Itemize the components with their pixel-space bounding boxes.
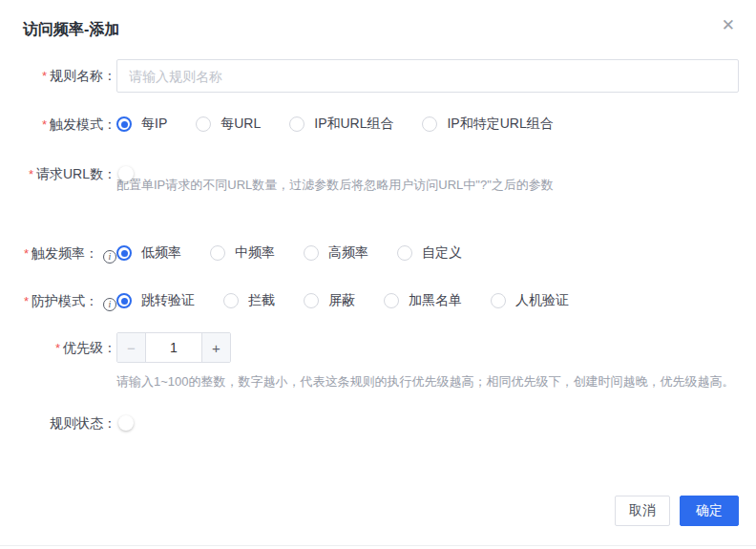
radio-icon[interactable]	[384, 293, 399, 308]
request-url-count-label-text: 请求URL数：	[36, 166, 116, 181]
protection-mode-label: *防护模式：i	[23, 292, 116, 311]
trigger-mode-option-ip-specific-url[interactable]: IP和特定URL组合	[422, 116, 553, 133]
priority-control: − + 请输入1~100的整数，数字越小，代表这条规则的执行优先级越高；相同优先…	[116, 332, 739, 391]
trigger-frequency-option-high[interactable]: 高频率	[304, 244, 368, 262]
radio-option-label: IP和特定URL组合	[447, 116, 553, 133]
info-icon[interactable]: i	[103, 298, 116, 311]
trigger-mode-radio-group: 每IP 每URL IP和URL组合 IP和特定URL组合	[116, 116, 739, 133]
rule-status-label-text: 规则状态：	[50, 415, 116, 431]
trigger-mode-option-ip-url[interactable]: IP和URL组合	[289, 116, 393, 133]
priority-label: *优先级：	[23, 332, 116, 364]
priority-label-text: 优先级：	[63, 340, 116, 355]
info-icon[interactable]: i	[103, 250, 116, 264]
trigger-mode-label-text: 触发模式：	[50, 116, 116, 132]
radio-option-label: 屏蔽	[328, 292, 355, 309]
radio-option-label: 高频率	[328, 244, 368, 262]
dialog-bottom-edge	[0, 545, 756, 546]
protection-mode-option-redirect-verify[interactable]: 跳转验证	[116, 292, 195, 309]
radio-option-label: 加黑名单	[409, 292, 462, 309]
radio-icon[interactable]	[223, 293, 239, 308]
rule-name-row: *规则名称：	[23, 59, 739, 93]
trigger-mode-option-per-url[interactable]: 每URL	[196, 116, 261, 133]
protection-mode-row: *防护模式：i 跳转验证 拦截 屏蔽 加黑名单 人机验证	[23, 292, 739, 311]
required-marker: *	[24, 246, 29, 261]
priority-row: *优先级： − + 请输入1~100的整数，数字越小，代表这条规则的执行优先级越…	[23, 332, 739, 391]
rule-name-control	[116, 59, 739, 93]
request-url-count-label: *请求URL数：	[23, 164, 116, 184]
radio-icon[interactable]	[397, 245, 412, 261]
protection-mode-label-text: 防护模式：	[32, 293, 98, 308]
trigger-frequency-label-text: 触发频率：	[32, 245, 98, 261]
toggle-knob	[118, 415, 134, 431]
request-url-count-control: 配置单IP请求的不同URL数量，过滤参数后将忽略用户访问URL中"?"之后的参数	[116, 164, 739, 194]
required-marker: *	[55, 341, 60, 355]
required-marker: *	[24, 294, 29, 308]
protection-mode-option-blacklist[interactable]: 加黑名单	[384, 292, 462, 309]
trigger-frequency-label: *触发频率：i	[23, 244, 116, 264]
request-url-count-row: *请求URL数： 配置单IP请求的不同URL数量，过滤参数后将忽略用户访问URL…	[23, 164, 739, 194]
stepper-minus-button[interactable]: −	[117, 333, 146, 362]
trigger-frequency-option-low[interactable]: 低频率	[116, 244, 181, 262]
radio-option-label: 跳转验证	[141, 292, 195, 309]
radio-option-label: 人机验证	[515, 292, 569, 309]
rule-name-label: *规则名称：	[23, 59, 116, 93]
protection-mode-option-captcha[interactable]: 人机验证	[491, 292, 569, 309]
trigger-mode-label: *触发模式：	[23, 116, 116, 133]
required-marker: *	[42, 117, 47, 132]
radio-icon[interactable]	[196, 116, 211, 132]
dialog-footer: 取消 确定	[615, 496, 739, 526]
priority-description: 请输入1~100的整数，数字越小，代表这条规则的执行优先级越高；相同优先级下，创…	[116, 373, 739, 391]
trigger-frequency-row: *触发频率：i 低频率 中频率 高频率 自定义	[23, 244, 739, 264]
cancel-button[interactable]: 取消	[615, 496, 670, 526]
radio-icon[interactable]	[116, 245, 132, 261]
required-marker: *	[29, 167, 33, 181]
radio-icon[interactable]	[289, 116, 304, 132]
radio-icon[interactable]	[116, 116, 132, 132]
add-access-frequency-dialog: 访问频率-添加 ✕ *规则名称： *触发模式： 每IP 每URL IP和URL组…	[0, 0, 756, 549]
required-marker: *	[42, 69, 47, 83]
priority-stepper: − +	[116, 332, 231, 363]
dialog-title: 访问频率-添加	[23, 20, 119, 40]
protection-mode-option-block[interactable]: 拦截	[223, 292, 275, 309]
radio-option-label: 每URL	[220, 116, 261, 133]
radio-icon[interactable]	[304, 245, 319, 261]
rule-status-row: 规则状态：	[23, 413, 739, 433]
radio-option-label: 自定义	[422, 244, 462, 262]
radio-option-label: 中频率	[235, 244, 275, 262]
radio-icon[interactable]	[304, 293, 319, 308]
close-icon[interactable]: ✕	[722, 17, 735, 33]
trigger-frequency-option-custom[interactable]: 自定义	[397, 244, 462, 262]
toggle-knob	[118, 166, 134, 181]
trigger-frequency-radio-group: 低频率 中频率 高频率 自定义	[116, 244, 739, 262]
radio-option-label: 低频率	[141, 244, 181, 262]
radio-icon[interactable]	[116, 293, 132, 308]
trigger-mode-option-per-ip[interactable]: 每IP	[116, 116, 167, 133]
protection-mode-option-shield[interactable]: 屏蔽	[304, 292, 355, 309]
confirm-button[interactable]: 确定	[680, 496, 739, 526]
radio-option-label: IP和URL组合	[314, 116, 393, 133]
trigger-frequency-option-medium[interactable]: 中频率	[210, 244, 275, 262]
rule-name-label-text: 规则名称：	[50, 68, 116, 83]
trigger-mode-row: *触发模式： 每IP 每URL IP和URL组合 IP和特定URL组合	[23, 116, 739, 133]
rule-status-label: 规则状态：	[23, 413, 116, 433]
radio-icon[interactable]	[491, 293, 506, 308]
protection-mode-radio-group: 跳转验证 拦截 屏蔽 加黑名单 人机验证	[116, 292, 739, 309]
stepper-plus-button[interactable]: +	[201, 333, 230, 362]
radio-option-label: 拦截	[248, 292, 275, 309]
radio-icon[interactable]	[422, 116, 437, 132]
rule-name-input[interactable]	[116, 59, 739, 93]
priority-value-input[interactable]	[146, 333, 201, 362]
radio-option-label: 每IP	[141, 116, 167, 133]
request-url-count-description: 配置单IP请求的不同URL数量，过滤参数后将忽略用户访问URL中"?"之后的参数	[116, 177, 739, 194]
radio-icon[interactable]	[210, 245, 225, 261]
